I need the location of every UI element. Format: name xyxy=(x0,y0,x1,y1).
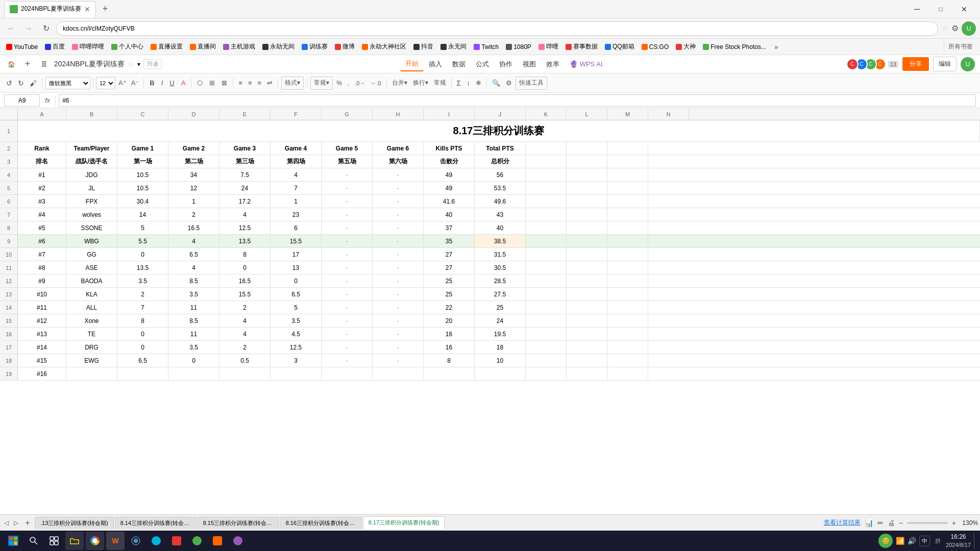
rownum-19[interactable]: 19 xyxy=(0,367,18,380)
col-header-d[interactable]: D xyxy=(168,108,219,120)
align-center-button[interactable]: ≡ xyxy=(246,77,254,90)
cell-row11-col12[interactable] xyxy=(567,261,607,274)
cell-row9-col1[interactable]: #6 xyxy=(18,235,66,247)
taskbar-app11[interactable] xyxy=(229,532,247,550)
cell-row9-col7[interactable]: - xyxy=(322,235,373,247)
cell-row6-col12[interactable] xyxy=(567,195,607,208)
formula-input[interactable] xyxy=(59,94,976,107)
cell-row10-col11[interactable] xyxy=(526,248,567,261)
cell-row15-col3[interactable]: 8 xyxy=(117,314,168,327)
cell-row16-col7[interactable]: - xyxy=(322,328,373,340)
cell-b3[interactable]: 战队/选手名 xyxy=(66,155,117,168)
menu-shuju[interactable]: 数据 xyxy=(447,58,471,71)
taskbar-app7[interactable] xyxy=(147,532,165,550)
sheet-tab-1[interactable]: .13三排积分训练赛(转会期) xyxy=(35,517,114,529)
cell-row16-col3[interactable]: 0 xyxy=(117,328,168,340)
cell-row9-col14[interactable] xyxy=(648,235,689,247)
cell-row5-col4[interactable]: 12 xyxy=(168,182,219,194)
cell-d3[interactable]: 第二场 xyxy=(168,155,219,168)
percent-button[interactable]: % xyxy=(334,77,344,90)
cell-row5-col2[interactable]: JL xyxy=(66,182,117,194)
cell-row12-col10[interactable]: 28.5 xyxy=(475,274,526,287)
zoom-out-button[interactable]: − xyxy=(899,519,903,527)
col-header-m[interactable]: M xyxy=(607,108,648,120)
cell-row5-col8[interactable]: - xyxy=(373,182,424,194)
all-bookmarks-button[interactable]: 所有书签 xyxy=(944,41,977,52)
paint-format-button[interactable]: 🖌 xyxy=(28,77,39,90)
browser-tab[interactable]: 2024NBPL夏季训练赛 ✕ xyxy=(4,1,96,17)
cell-row13-col1[interactable]: #10 xyxy=(18,288,66,300)
taskbar-wps[interactable]: W xyxy=(106,532,125,550)
more-bookmarks-button[interactable]: » xyxy=(772,42,780,52)
merge-cells-button[interactable]: ⊠ xyxy=(219,77,230,90)
decrease-font-button[interactable]: A⁻ xyxy=(130,77,141,90)
cell-row4-col3[interactable]: 10.5 xyxy=(117,168,168,181)
cell-row8-col9[interactable]: 37 xyxy=(424,221,475,234)
cell-row6-col6[interactable]: 1 xyxy=(271,195,322,208)
zoom-slider[interactable] xyxy=(907,522,948,524)
cell-i3[interactable]: 击败分 xyxy=(424,155,475,168)
cell-row9-col8[interactable]: - xyxy=(373,235,424,247)
cell-row10-col13[interactable] xyxy=(607,248,648,261)
menu-gongshi[interactable]: 公式 xyxy=(471,58,494,71)
cell-row14-col4[interactable]: 11 xyxy=(168,301,219,314)
cell-row18-col3[interactable]: 6.5 xyxy=(117,354,168,367)
cell-row12-col5[interactable]: 16.5 xyxy=(219,274,271,287)
cell-row19-col14[interactable] xyxy=(648,367,689,380)
sheet-tab-5-active[interactable]: 8.17三排积分训练赛(转会期) xyxy=(363,516,445,529)
redo-button[interactable]: ↻ xyxy=(16,77,26,90)
minimize-button[interactable]: ─ xyxy=(905,1,929,17)
wrap-text-button[interactable]: ⇌ xyxy=(265,77,275,90)
view-mode-icon[interactable]: 📊 xyxy=(865,519,873,527)
edit-mode-icon[interactable]: ✏ xyxy=(877,519,884,527)
nav-back-button[interactable]: ← xyxy=(4,21,18,36)
cell-row18-col2[interactable]: EWG xyxy=(66,354,117,367)
font-size-selector[interactable]: 12 xyxy=(96,77,115,89)
cell-row5-col6[interactable]: 7 xyxy=(271,182,322,194)
cell-row18-col9[interactable]: 8 xyxy=(424,354,475,367)
cell-row13-col11[interactable] xyxy=(526,288,567,300)
cell-row8-col11[interactable] xyxy=(526,221,567,234)
cell-row16-col14[interactable] xyxy=(648,328,689,340)
rownum-3[interactable]: 3 xyxy=(0,155,18,168)
cell-row11-col2[interactable]: ASE xyxy=(66,261,117,274)
sheet-tab-4[interactable]: 8.16三排积分训练赛(转会期) xyxy=(280,517,362,529)
cell-row14-col3[interactable]: 7 xyxy=(117,301,168,314)
cell-row9-col4[interactable]: 4 xyxy=(168,235,219,247)
quick-tools-button[interactable]: 快速工具 xyxy=(516,77,547,90)
format-dropdown[interactable]: 格式▾ xyxy=(281,77,304,90)
cell-row8-col13[interactable] xyxy=(607,221,648,234)
cell-b2[interactable]: Team/Player xyxy=(66,142,117,155)
cell-row16-col4[interactable]: 11 xyxy=(168,328,219,340)
cell-row17-col2[interactable]: DRG xyxy=(66,341,117,354)
cell-i2[interactable]: Kills PTS xyxy=(424,142,475,155)
cell-row9-col9[interactable]: 35 xyxy=(424,235,475,247)
cell-row19-col9[interactable] xyxy=(424,367,475,380)
cell-row19-col12[interactable] xyxy=(567,367,607,380)
print-icon[interactable]: 🖨 xyxy=(888,519,895,527)
rownum-18[interactable]: 18 xyxy=(0,354,18,367)
cell-row7-col2[interactable]: wolves xyxy=(66,208,117,221)
taskbar-chrome[interactable] xyxy=(86,532,104,550)
bookmark-personal[interactable]: 个人中心 xyxy=(108,41,146,52)
cell-row19-col7[interactable] xyxy=(322,367,373,380)
rownum-1[interactable]: 1 xyxy=(0,120,18,141)
cell-row16-col13[interactable] xyxy=(607,328,648,340)
cell-c3[interactable]: 第一场 xyxy=(117,155,168,168)
cell-row16-col2[interactable]: TE xyxy=(66,328,117,340)
cell-h2[interactable]: Game 6 xyxy=(373,142,424,155)
cell-row8-col2[interactable]: SSONE xyxy=(66,221,117,234)
col-header-l[interactable]: L xyxy=(567,108,607,120)
cell-row4-col11[interactable] xyxy=(526,168,567,181)
cell-row6-col5[interactable]: 17.2 xyxy=(219,195,271,208)
cell-row18-col10[interactable]: 10 xyxy=(475,354,526,367)
cell-row4-col2[interactable]: JDG xyxy=(66,168,117,181)
menu-kaishi[interactable]: 开始 xyxy=(400,57,424,71)
rownum-14[interactable]: 14 xyxy=(0,301,18,314)
cell-row4-col10[interactable]: 56 xyxy=(475,168,526,181)
cell-row10-col7[interactable]: - xyxy=(322,248,373,261)
border-button[interactable]: ⊞ xyxy=(207,77,217,90)
cell-row18-col13[interactable] xyxy=(607,354,648,367)
cell-row15-col14[interactable] xyxy=(648,314,689,327)
cell-row10-col3[interactable]: 0 xyxy=(117,248,168,261)
